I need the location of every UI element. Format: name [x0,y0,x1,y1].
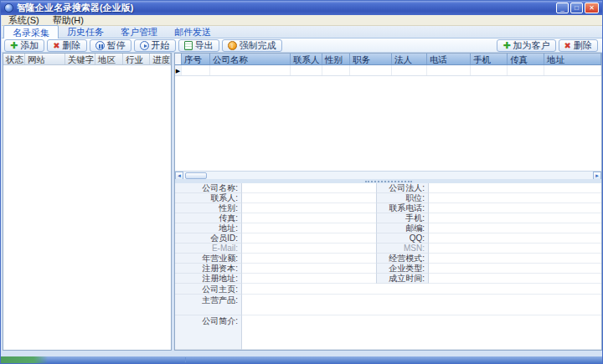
force-complete-button[interactable]: ↓ 强制完成 [222,39,282,52]
field-fax[interactable] [242,213,376,223]
maximize-button[interactable]: □ [570,3,583,13]
field-registered-capital[interactable] [242,264,376,274]
export-button[interactable]: 导出 [178,39,219,52]
table-row[interactable]: ▶ [175,65,601,76]
row-indicator-header [175,54,182,64]
label-zipcode: 邮编: [376,223,429,233]
cell-phone [427,65,471,75]
delete-result-label: 删除 [574,39,592,52]
minimize-button[interactable]: _ [556,3,569,13]
delete-task-button[interactable]: ✖ 删除 [47,39,86,52]
force-complete-icon: ↓ [228,41,237,50]
add-icon: ✚ [502,40,510,51]
label-contact: 联系人: [175,193,242,203]
field-member-id[interactable] [242,233,376,244]
field-contact-phone[interactable] [429,203,601,213]
start-button[interactable]: 开始 [134,39,176,52]
field-legal-person[interactable] [429,183,601,193]
field-position[interactable] [429,193,601,203]
pause-icon [95,41,105,50]
column-header-progress[interactable]: 进度 [150,54,171,64]
field-zipcode[interactable] [429,223,601,233]
label-contact-phone: 联系电话: [376,203,429,213]
field-msn[interactable] [429,244,601,254]
scroll-right-icon[interactable]: ► [593,172,601,180]
cell-legal-person [392,65,427,75]
label-fax: 传真: [175,213,242,223]
column-header-legal-person[interactable]: 法人 [392,54,427,64]
delete-result-button[interactable]: ✖ 删除 [559,39,598,52]
delete-icon: ✖ [564,41,571,50]
field-business-model[interactable] [429,254,601,264]
delete-icon: ✖ [53,41,59,50]
field-founding-date[interactable] [429,274,601,284]
field-homepage[interactable] [242,284,601,295]
task-table-header: 状态 网站 关键字 地区 行业 进度 [3,54,171,65]
result-table-body[interactable] [175,76,601,171]
label-legal-person: 公司法人: [376,183,429,193]
label-homepage: 公司主页: [175,284,242,295]
tab-history-tasks[interactable]: 历史任务 [59,25,112,38]
result-table-header: 序号 公司名称 联系人 性别 职务 法人 电话 手机 传真 地址 [175,54,601,65]
add-task-button[interactable]: ✚ 添加 [4,39,44,52]
label-main-products: 主营产品: [175,295,242,315]
task-table-body[interactable] [3,65,171,350]
column-header-website[interactable]: 网站 [25,54,65,64]
column-header-contact[interactable]: 联系人 [291,54,322,64]
column-header-company-name[interactable]: 公司名称 [210,54,291,64]
field-mobile[interactable] [429,213,601,223]
cell-mobile [471,65,508,75]
progress-segment [1,356,48,363]
label-mobile: 手机: [376,213,429,223]
tab-directory-collect[interactable]: 名录采集 [3,25,59,38]
start-label: 开始 [152,39,170,52]
label-company-name: 公司名称: [175,183,242,193]
field-main-products[interactable] [242,295,601,315]
cell-contact [291,65,322,75]
field-enterprise-type[interactable] [429,264,601,274]
toolbar: ✚ 添加 ✖ 删除 暂停 开始 导出 ↓ 强制完成 ✚ 加为客户 ✖ [2,38,603,53]
column-header-fax[interactable]: 传真 [508,54,544,64]
detail-form: 公司名称: 公司法人: 联系人: 职位: 性别: 联系电话: 传真: 手机: [175,183,601,350]
label-qq: QQ: [376,233,429,244]
field-email[interactable] [242,244,376,254]
column-header-region[interactable]: 地区 [95,54,123,64]
field-address[interactable] [242,223,376,233]
field-company-profile[interactable] [242,315,601,350]
cell-gender [322,65,350,75]
column-header-position[interactable]: 职务 [350,54,392,64]
tab-email-send[interactable]: 邮件发送 [166,25,219,38]
column-header-gender[interactable]: 性别 [322,54,350,64]
field-contact[interactable] [242,193,376,203]
cell-fax [508,65,544,75]
titlebar[interactable]: 智隆企业名录搜索器(企业版) _ □ ✕ [1,1,602,15]
field-company-name[interactable] [242,183,376,193]
label-position: 职位: [376,193,429,203]
cell-index [182,65,210,75]
horizontal-scrollbar[interactable]: ◄ ► [175,171,601,179]
column-header-mobile[interactable]: 手机 [471,54,508,64]
field-annual-revenue[interactable] [242,254,376,264]
scrollbar-thumb[interactable] [185,172,207,179]
column-header-industry[interactable]: 行业 [123,54,150,64]
column-header-phone[interactable]: 电话 [427,54,471,64]
column-header-index[interactable]: 序号 [182,54,210,64]
window-controls: _ □ ✕ [556,3,599,13]
column-header-keyword[interactable]: 关键字 [65,54,95,64]
label-email: E-Mail: [175,244,242,254]
close-button[interactable]: ✕ [585,3,599,13]
column-header-status[interactable]: 状态 [3,54,25,64]
column-header-address[interactable]: 地址 [544,54,601,64]
scroll-left-icon[interactable]: ◄ [175,172,183,180]
field-gender[interactable] [242,203,376,213]
field-qq[interactable] [429,233,601,244]
delete-task-label: 删除 [63,39,81,52]
add-icon: ✚ [10,40,18,51]
label-member-id: 会员ID: [175,233,242,244]
pause-button[interactable]: 暂停 [90,39,131,52]
add-customer-button[interactable]: ✚ 加为客户 [497,39,555,52]
field-registered-address[interactable] [242,274,376,284]
tab-customer-management[interactable]: 客户管理 [112,25,166,38]
play-icon [140,41,149,50]
label-annual-revenue: 年营业额: [175,254,242,264]
